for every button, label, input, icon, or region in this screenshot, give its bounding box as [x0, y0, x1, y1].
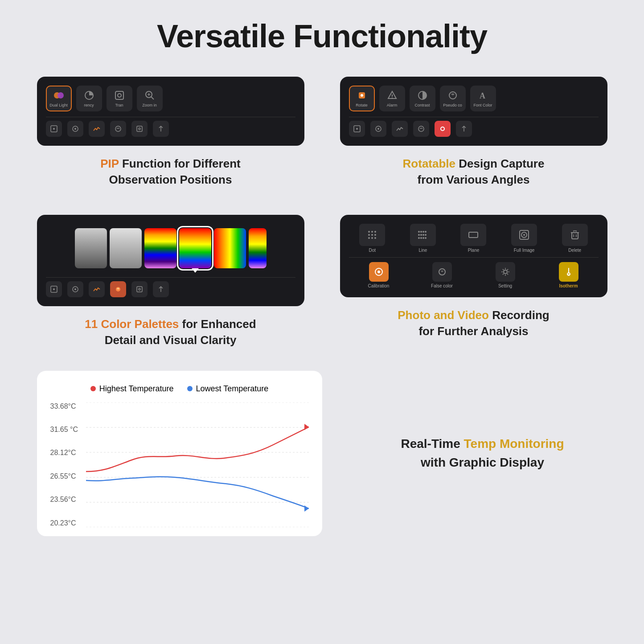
svg-point-34	[74, 288, 76, 290]
falsecolor-btn[interactable]	[432, 262, 452, 282]
calib-plane-btn[interactable]	[460, 224, 486, 246]
pip-bottom-4[interactable]	[110, 121, 126, 137]
calib-delete-item: Delete	[551, 224, 599, 253]
svg-point-10	[53, 128, 55, 130]
temperature-chart: Highest Temperature Lowest Temperature 3…	[37, 371, 322, 536]
falsecolor-label: False color	[431, 283, 453, 288]
svg-point-17	[361, 94, 363, 97]
transparency-btn[interactable]: rency	[76, 86, 102, 111]
dual-light-btn[interactable]: Dual Light	[46, 86, 72, 111]
swatch-rainbow2[interactable]	[214, 228, 246, 268]
svg-point-56	[420, 237, 422, 239]
swatch-rainbow1[interactable]	[144, 228, 176, 268]
svg-point-46	[374, 237, 376, 239]
pseudocolor-label: Pseudo co	[443, 103, 462, 107]
temp-monitoring-caption: Real-Time Temp Monitoring with Graphic D…	[358, 435, 607, 472]
svg-point-52	[420, 234, 422, 236]
swatch-lightgrey[interactable]	[110, 228, 142, 268]
rot-bottom-5[interactable]	[435, 121, 451, 137]
rot-bottom-3[interactable]	[392, 121, 408, 137]
fontcolor-btn[interactable]: A Font Color	[470, 86, 496, 111]
pseudocolor-btn[interactable]: Pseudo co	[440, 86, 466, 111]
svg-point-12	[74, 128, 76, 130]
palette-caption: 11 Color Palettes for EnhancedDetail and…	[85, 316, 256, 349]
svg-point-37	[139, 288, 140, 290]
pip-bottom-1[interactable]	[46, 121, 62, 137]
swatch-grey[interactable]	[75, 228, 107, 268]
svg-point-43	[374, 234, 376, 236]
pip-bottom-row	[46, 117, 295, 137]
bottom-section: Highest Temperature Lowest Temperature 3…	[37, 371, 607, 536]
rot-bottom-1[interactable]	[349, 121, 365, 137]
calib-fullimage-btn[interactable]	[511, 224, 537, 246]
pal-bottom-5[interactable]	[131, 281, 148, 297]
pal-bottom-6[interactable]	[153, 281, 169, 297]
contrast-btn[interactable]: Contrast	[410, 86, 435, 111]
svg-point-40	[374, 231, 376, 233]
calib-dot-btn[interactable]	[359, 224, 385, 246]
calib-delete-btn[interactable]	[562, 224, 588, 246]
transparency-label: rency	[84, 103, 94, 107]
svg-rect-36	[137, 287, 142, 292]
svg-line-6	[151, 97, 154, 99]
chart-legend: Highest Temperature Lowest Temperature	[50, 384, 309, 394]
pal-bottom-1[interactable]	[46, 281, 62, 297]
zoomin-btn[interactable]: Zoom in	[137, 86, 163, 111]
pip-bottom-3[interactable]	[89, 121, 105, 137]
calib-line-item: Line	[399, 224, 447, 253]
tran-btn[interactable]: Tran	[107, 86, 132, 111]
tran-label: Tran	[115, 103, 123, 107]
rot-bottom-2[interactable]	[370, 121, 386, 137]
pal-bottom-3[interactable]	[89, 281, 105, 297]
setting-label: Setting	[498, 283, 512, 288]
legend-lowest-label: Lowest Temperature	[196, 384, 269, 394]
palette-bottom-row	[46, 277, 295, 297]
setting-btn[interactable]	[496, 262, 515, 282]
svg-text:A: A	[480, 91, 485, 100]
svg-point-32	[53, 288, 55, 290]
rot-bottom-6[interactable]	[456, 121, 472, 137]
page-title: Versatile Functionality	[157, 18, 487, 54]
rotate-btn[interactable]: Rotate	[349, 86, 375, 111]
pip-bottom-5[interactable]	[131, 121, 148, 137]
recording-caption: Photo and Video Recordingfor Further Ana…	[398, 307, 549, 340]
calib-line-btn[interactable]	[410, 224, 436, 246]
calib-bottom-row: Calibration False color	[349, 257, 599, 288]
feature-palette: 11 Color Palettes for EnhancedDetail and…	[37, 215, 304, 349]
svg-point-45	[371, 237, 373, 239]
rotate-caption: Rotatable Design Capturefrom Various Ang…	[403, 156, 545, 188]
fullimage-label: Full Image	[514, 248, 535, 253]
legend-highest-label: Highest Temperature	[99, 384, 174, 394]
calib-fullimage-item: Full Image	[500, 224, 548, 253]
rotate-screen: Rotate Alarm Contrast	[340, 77, 607, 146]
pip-bottom-2[interactable]	[67, 121, 83, 137]
pip-bottom-6[interactable]	[153, 121, 169, 137]
svg-rect-63	[572, 233, 578, 239]
svg-point-54	[425, 234, 427, 236]
swatch-selected[interactable]	[179, 228, 211, 268]
svg-point-44	[368, 237, 370, 239]
svg-point-62	[523, 234, 525, 236]
calibration-btn[interactable]	[369, 262, 389, 282]
dual-light-label: Dual Light	[49, 103, 68, 107]
alarm-label: Alarm	[387, 103, 398, 107]
svg-point-58	[425, 237, 427, 239]
palette-screen	[37, 215, 304, 306]
pal-bottom-2[interactable]	[67, 281, 83, 297]
svg-point-57	[422, 237, 424, 239]
isotherm-btn[interactable]	[559, 262, 578, 282]
legend-lowest: Lowest Temperature	[187, 384, 269, 394]
isotherm-label: Isotherm	[559, 283, 578, 288]
svg-point-55	[418, 237, 420, 239]
svg-point-41	[368, 234, 370, 236]
svg-point-49	[422, 231, 424, 233]
svg-point-47	[418, 231, 420, 233]
pal-bottom-4[interactable]	[110, 281, 126, 297]
rot-bottom-4[interactable]	[413, 121, 429, 137]
recording-highlight: Photo and Video	[398, 308, 489, 322]
falsecolor-item: False color	[412, 262, 472, 288]
zoomin-label: Zoom in	[142, 103, 157, 107]
alarm-btn[interactable]: Alarm	[379, 86, 405, 111]
swatch-pure-rainbow[interactable]	[249, 228, 267, 268]
temp-highlight: Temp Monitoring	[464, 437, 564, 451]
